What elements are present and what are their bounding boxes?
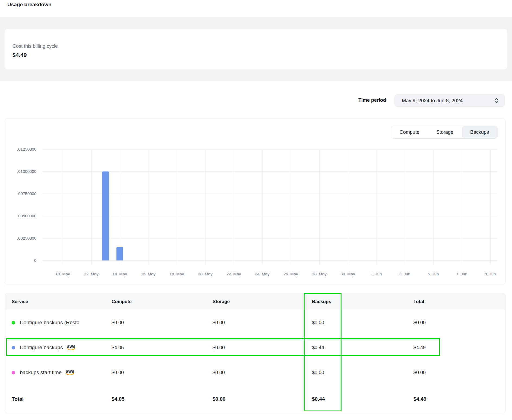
- time-period-row: Time period May 9, 2024 to Jun 8, 2024: [0, 94, 512, 107]
- chart-plot: .01250000.01000000.00750000.00500000.002…: [5, 119, 505, 285]
- chart-gridline-y: [42, 260, 498, 261]
- time-period-select[interactable]: May 9, 2024 to Jun 8, 2024: [394, 94, 505, 107]
- service-name: backups start time: [20, 370, 62, 376]
- storage-cost: $0.00: [213, 370, 312, 376]
- legend-dot-blue: [12, 346, 15, 349]
- chart-x-tick-label: 9. Jun: [477, 272, 503, 276]
- chart-y-tick-label: .01000000: [5, 169, 36, 174]
- legend-dot-pink: [12, 371, 15, 374]
- chart-gridline-x: [462, 149, 462, 264]
- chart-x-tick-label: 5. Jun: [420, 272, 446, 276]
- chart-y-tick-label: 0: [5, 258, 36, 263]
- chart-y-tick-label: .00500000: [5, 214, 36, 218]
- chart-gridline-y: [42, 194, 498, 194]
- chart-x-tick-label: 16. May: [135, 272, 161, 276]
- chart-x-tick-label: 24. May: [249, 272, 275, 276]
- chart-x-tick-label: 18. May: [164, 272, 190, 276]
- chart-x-tick-label: 30. May: [335, 272, 361, 276]
- chart-x-tick-label: 14. May: [107, 272, 133, 276]
- chart-gridline-x: [319, 149, 320, 264]
- chart-metric-tabs: Compute Storage Backups: [391, 126, 498, 139]
- chart-gridline-x: [490, 149, 491, 264]
- page-title: Usage breakdown: [7, 2, 52, 8]
- billing-cost-value: $4.49: [12, 52, 507, 58]
- billing-cost-label: Cost this billing cycle: [12, 43, 507, 49]
- time-period-label: Time period: [358, 97, 386, 103]
- total-cost: $0.00: [413, 320, 505, 326]
- grand-total: $4.49: [413, 396, 505, 402]
- total-row-label: Total: [5, 396, 112, 402]
- chart-gridline-x: [177, 149, 177, 264]
- chart-gridline-x: [63, 149, 63, 264]
- usage-table: Service Compute Storage Backups Total Co…: [5, 293, 505, 413]
- column-header-compute: Compute: [112, 299, 213, 304]
- chart-gridline-x: [262, 149, 263, 264]
- tab-compute[interactable]: Compute: [391, 126, 428, 138]
- chart-gridline-x: [291, 149, 291, 264]
- storage-total: $0.00: [213, 396, 312, 402]
- chart-y-tick-label: .01250000: [5, 147, 36, 151]
- backups-cost: $0.44: [312, 345, 413, 351]
- column-header-service: Service: [5, 299, 112, 304]
- table-header-row: Service Compute Storage Backups Total: [5, 293, 505, 310]
- tab-storage[interactable]: Storage: [428, 126, 462, 138]
- chart-gridline-y: [42, 171, 498, 172]
- backups-cost: $0.00: [312, 370, 413, 376]
- table-row: Configure backups (Resto $0.00 $0.00 $0.…: [5, 310, 505, 335]
- total-cost: $4.49: [413, 345, 505, 351]
- chart-bar[interactable]: [102, 171, 109, 260]
- aws-logo-icon: aws: [67, 345, 76, 351]
- compute-total: $4.05: [112, 396, 213, 402]
- compute-cost: $0.00: [112, 370, 213, 376]
- chart-x-tick-label: 7. Jun: [449, 272, 475, 276]
- billing-summary-band: Cost this billing cycle $4.49: [0, 17, 512, 81]
- chart-y-tick-label: .00750000: [5, 191, 36, 196]
- chart-x-tick-label: 10. May: [50, 272, 76, 276]
- chart-x-tick-label: 28. May: [306, 272, 332, 276]
- table-row: backups start time aws $0.00 $0.00 $0.00…: [5, 360, 505, 385]
- chart-x-tick-label: 3. Jun: [392, 272, 418, 276]
- total-cost: $0.00: [413, 370, 505, 376]
- aws-logo-icon: aws: [65, 370, 75, 376]
- tab-backups[interactable]: Backups: [462, 126, 497, 138]
- table-row-highlighted: Configure backups aws $4.05 $0.00 $0.44 …: [5, 335, 505, 360]
- service-name: Configure backups: [20, 345, 63, 351]
- chart-gridline-y: [42, 149, 498, 149]
- chart-gridline-x: [205, 149, 206, 264]
- legend-dot-green: [12, 321, 15, 324]
- backups-cost: $0.00: [312, 320, 413, 326]
- select-chevron-updown-icon: [494, 98, 499, 104]
- chart-gridline-x: [148, 149, 148, 264]
- service-name: Configure backups (Resto: [20, 320, 80, 326]
- usage-breakdown-page: Usage breakdown Cost this billing cycle …: [0, 0, 512, 420]
- chart-gridline-y: [42, 238, 498, 238]
- chart-x-tick-label: 20. May: [192, 272, 218, 276]
- chart-x-tick-label: 1. Jun: [363, 272, 389, 276]
- chart-y-tick-label: .00250000: [5, 236, 36, 240]
- chart-gridline-x: [91, 149, 91, 264]
- storage-cost: $0.00: [213, 345, 312, 351]
- time-period-value: May 9, 2024 to Jun 8, 2024: [402, 98, 494, 104]
- chart-gridline-x: [405, 149, 405, 264]
- billing-cost-card: Cost this billing cycle $4.49: [5, 28, 507, 70]
- table-total-row: Total $4.05 $0.00 $0.44 $4.49: [5, 385, 505, 413]
- backups-total: $0.44: [312, 396, 413, 402]
- compute-cost: $0.00: [112, 320, 213, 326]
- chart-bar[interactable]: [116, 247, 123, 260]
- chart-gridline-y: [42, 216, 498, 216]
- compute-cost: $4.05: [112, 345, 213, 351]
- chart-x-tick-label: 26. May: [278, 272, 304, 276]
- chart-gridline-x: [433, 149, 434, 264]
- column-header-storage: Storage: [213, 299, 312, 304]
- usage-chart-card: .01250000.01000000.00750000.00500000.002…: [5, 119, 505, 285]
- chart-gridline-x: [348, 149, 348, 264]
- chart-gridline-x: [234, 149, 234, 264]
- column-header-backups: Backups: [312, 299, 413, 304]
- storage-cost: $0.00: [213, 320, 312, 326]
- chart-x-tick-label: 22. May: [221, 272, 247, 276]
- column-header-total: Total: [413, 299, 505, 304]
- chart-x-tick-label: 12. May: [78, 272, 104, 276]
- chart-gridline-x: [376, 149, 377, 264]
